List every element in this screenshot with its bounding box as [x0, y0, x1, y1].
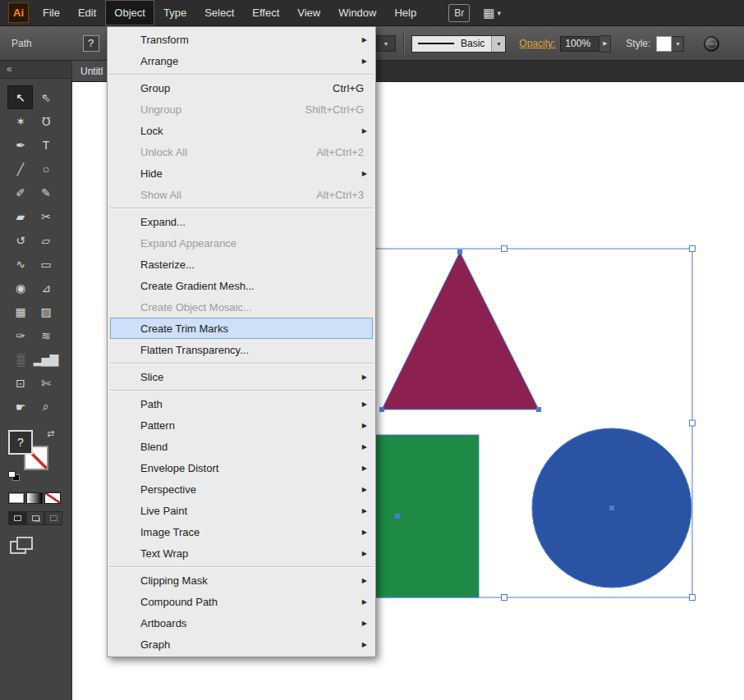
- menu-item-perspective[interactable]: Perspective▶: [108, 478, 375, 500]
- menu-item-graph[interactable]: Graph▶: [108, 634, 375, 655]
- default-fill-stroke-icon[interactable]: [8, 471, 21, 482]
- menubar-item-file[interactable]: File: [34, 0, 69, 25]
- go-to-bridge-button[interactable]: Br: [448, 4, 470, 22]
- graphic-style-swatch[interactable]: [656, 36, 672, 52]
- perspective-grid-tool[interactable]: ⊿: [33, 276, 58, 300]
- draw-behind-button[interactable]: [26, 511, 44, 525]
- fill-stroke-cluster: ? ⇄: [8, 430, 61, 483]
- submenu-arrow-icon: ▶: [362, 620, 367, 627]
- menu-item-pattern[interactable]: Pattern▶: [108, 414, 375, 436]
- menu-item-clipping-mask[interactable]: Clipping Mask▶: [108, 570, 375, 591]
- menu-item-image-trace[interactable]: Image Trace▶: [108, 521, 375, 542]
- selection-handle-bottom-right[interactable]: [690, 595, 696, 601]
- selection-handle-top-middle[interactable]: [502, 246, 507, 252]
- opacity-input[interactable]: 100%: [560, 36, 599, 52]
- graphic-style-dropdown-button[interactable]: ▼: [672, 36, 684, 52]
- menu-item-hide[interactable]: Hide▶: [108, 162, 375, 184]
- fill-swatch[interactable]: ?: [8, 430, 33, 455]
- ellipse-tool[interactable]: ○: [33, 157, 58, 181]
- menubar-item-effect[interactable]: Effect: [243, 0, 288, 25]
- anchor-point-triangle-right[interactable]: [536, 407, 541, 412]
- menu-item-arrange[interactable]: Arrange▶: [108, 50, 375, 71]
- gradient-tool[interactable]: ▨: [33, 300, 58, 323]
- paintbrush-tool[interactable]: ✐: [7, 181, 33, 204]
- eyedropper-tool[interactable]: ✑: [7, 323, 33, 347]
- eraser-tool[interactable]: ▰: [7, 204, 33, 228]
- anchor-point-square-center[interactable]: [395, 514, 400, 519]
- scissors-tool[interactable]: ✂: [33, 204, 58, 228]
- rotate-tool[interactable]: ↺: [7, 228, 33, 252]
- menubar-item-edit[interactable]: Edit: [69, 0, 105, 25]
- hand-tool[interactable]: ☛: [7, 395, 33, 419]
- triangle-shape[interactable]: [382, 252, 539, 409]
- menu-item-text-wrap[interactable]: Text Wrap▶: [108, 542, 375, 564]
- none-button[interactable]: [44, 492, 61, 504]
- artboard-tool[interactable]: ⊡: [7, 371, 33, 395]
- menu-item-envelope-distort[interactable]: Envelope Distort▶: [108, 457, 375, 478]
- line-segment-tool[interactable]: ╱: [7, 157, 33, 181]
- workspace-switcher[interactable]: ▦ ▾: [483, 6, 501, 21]
- chevron-down-icon[interactable]: ▼: [491, 36, 505, 52]
- free-transform-tool[interactable]: ▭: [33, 252, 58, 276]
- slice-tool[interactable]: ✄: [33, 371, 58, 395]
- lasso-tool[interactable]: ℧: [33, 109, 58, 133]
- color-button[interactable]: [8, 492, 25, 504]
- selection-handle-middle-right[interactable]: [690, 420, 696, 426]
- menu-item-transform[interactable]: Transform▶: [108, 29, 375, 50]
- change-screen-mode-button[interactable]: [10, 537, 33, 553]
- menu-item-label: Path: [140, 398, 163, 410]
- menubar-item-object[interactable]: Object: [105, 0, 154, 25]
- draw-normal-button[interactable]: [8, 511, 26, 525]
- menubar-item-type[interactable]: Type: [154, 0, 195, 25]
- pen-tool[interactable]: ✒: [7, 133, 33, 157]
- stroke-weight-dropdown-button[interactable]: ▼: [376, 35, 396, 52]
- direct-selection-tool[interactable]: ⇖: [33, 85, 58, 109]
- width-tool[interactable]: ∿: [7, 252, 33, 276]
- blend-tool[interactable]: ≋: [33, 323, 58, 347]
- controlbar-fill-indicator[interactable]: ?: [83, 35, 99, 52]
- selection-tool[interactable]: ↖: [7, 85, 33, 109]
- opacity-link[interactable]: Opacity:: [519, 38, 555, 49]
- anchor-point-circle-center[interactable]: [609, 506, 614, 510]
- swap-fill-stroke-icon[interactable]: ⇄: [47, 428, 54, 439]
- magic-wand-tool[interactable]: ✶: [7, 109, 33, 133]
- menu-item-group[interactable]: GroupCtrl+G: [108, 77, 375, 98]
- menu-item-blend[interactable]: Blend▶: [108, 436, 375, 457]
- menu-item-flatten-transparency[interactable]: Flatten Transparency...: [108, 339, 375, 360]
- menu-item-unlock-all: Unlock AllAlt+Ctrl+2: [108, 141, 375, 162]
- draw-behind-icon: [32, 515, 39, 521]
- selection-handle-top-right[interactable]: [690, 246, 696, 252]
- menu-item-expand[interactable]: Expand...: [108, 211, 375, 232]
- anchor-point-triangle-left[interactable]: [379, 407, 384, 412]
- menu-item-slice[interactable]: Slice▶: [108, 366, 375, 387]
- document-setup-globe-icon[interactable]: [704, 36, 719, 52]
- menubar-item-view[interactable]: View: [288, 0, 329, 25]
- opacity-spinner-button[interactable]: ▶: [599, 35, 611, 53]
- menubar-item-select[interactable]: Select: [195, 0, 243, 25]
- menu-item-live-paint[interactable]: Live Paint▶: [108, 500, 375, 521]
- context-label: Path: [11, 38, 32, 49]
- pencil-tool[interactable]: ✎: [33, 181, 58, 204]
- draw-inside-button[interactable]: [44, 511, 62, 525]
- menubar-item-help[interactable]: Help: [385, 0, 425, 25]
- column-graph-tool[interactable]: ▂▅▇: [33, 347, 58, 371]
- menu-item-lock[interactable]: Lock▶: [108, 120, 375, 141]
- panel-collapse-button[interactable]: «: [0, 61, 71, 79]
- gradient-button[interactable]: [26, 492, 43, 504]
- mesh-tool[interactable]: ▦: [7, 300, 33, 323]
- menu-item-compound-path[interactable]: Compound Path▶: [108, 591, 375, 612]
- symbol-sprayer-tool[interactable]: ░: [7, 347, 33, 371]
- shape-builder-tool[interactable]: ◉: [7, 276, 33, 300]
- menu-item-artboards[interactable]: Artboards▶: [108, 612, 375, 634]
- menubar-item-window[interactable]: Window: [329, 0, 385, 25]
- menu-item-rasterize[interactable]: Rasterize...: [108, 254, 375, 275]
- selection-handle-bottom-middle[interactable]: [502, 595, 507, 601]
- stroke-style-select[interactable]: Basic ▼: [411, 35, 506, 53]
- scale-tool[interactable]: ▱: [33, 228, 58, 252]
- menu-item-create-gradient-mesh[interactable]: Create Gradient Mesh...: [108, 275, 375, 296]
- anchor-point-triangle-apex[interactable]: [457, 249, 462, 254]
- zoom-tool[interactable]: ⌕: [33, 395, 58, 419]
- type-tool[interactable]: T: [33, 133, 58, 157]
- menu-item-path[interactable]: Path▶: [108, 393, 375, 414]
- menu-item-create-trim-marks[interactable]: Create Trim Marks: [110, 318, 373, 339]
